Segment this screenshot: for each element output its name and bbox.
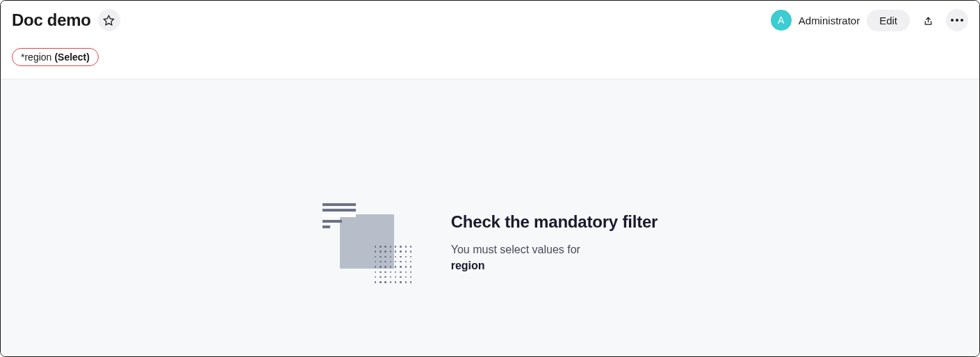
- filter-bar: *region (Select): [1, 40, 979, 79]
- user-name: Administrator: [799, 15, 860, 26]
- empty-filter-name: region: [451, 260, 658, 272]
- empty-text: Check the mandatory filter You must sele…: [451, 212, 658, 272]
- filter-select-label: (Select): [54, 51, 90, 63]
- page-title: Doc demo: [12, 10, 91, 30]
- header-left: Doc demo: [12, 9, 120, 31]
- more-horizontal-icon: [951, 19, 963, 22]
- share-icon: [922, 15, 934, 26]
- avatar[interactable]: A: [771, 10, 792, 31]
- header: Doc demo A Administrator Edit: [1, 1, 979, 40]
- edit-button[interactable]: Edit: [867, 10, 910, 31]
- empty-title: Check the mandatory filter: [451, 212, 658, 232]
- header-right: A Administrator Edit: [771, 9, 968, 31]
- empty-illustration-icon: [322, 200, 413, 284]
- empty-state: Check the mandatory filter You must sele…: [322, 200, 658, 284]
- more-button[interactable]: [946, 9, 968, 31]
- favorite-button[interactable]: [98, 9, 120, 31]
- star-icon: [103, 15, 115, 26]
- content-area: Check the mandatory filter You must sele…: [1, 79, 979, 356]
- filter-prefix: *region: [21, 51, 51, 63]
- empty-description: You must select values for: [451, 241, 658, 258]
- app-window: Doc demo A Administrator Edit: [0, 0, 980, 357]
- region-filter-pill[interactable]: *region (Select): [12, 48, 99, 66]
- svg-marker-0: [104, 15, 114, 24]
- share-button[interactable]: [917, 9, 939, 31]
- dots-pattern: [375, 246, 413, 284]
